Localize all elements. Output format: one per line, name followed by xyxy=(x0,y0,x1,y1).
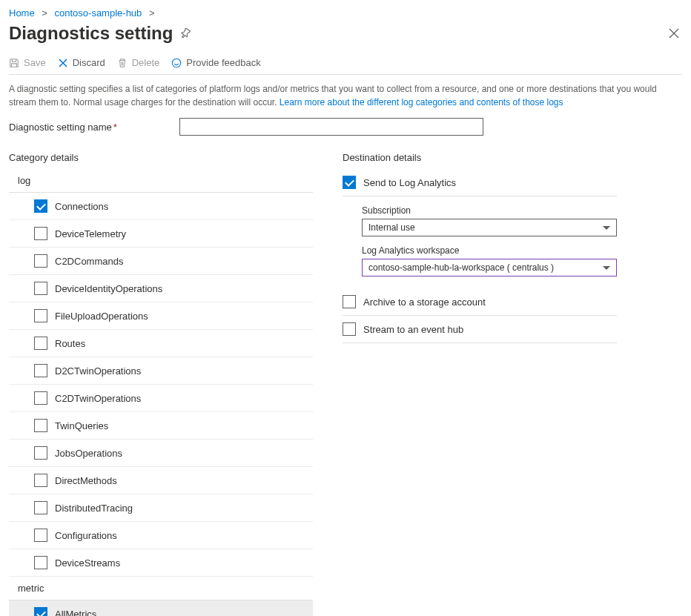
chevron-down-icon xyxy=(603,226,610,230)
feedback-icon xyxy=(171,58,182,68)
log-row[interactable]: DeviceIdentityOperations xyxy=(9,275,313,302)
log-checkbox[interactable] xyxy=(34,199,47,213)
send-log-analytics-row[interactable]: Send to Log Analytics xyxy=(343,169,617,196)
metric-header: metric xyxy=(9,577,313,600)
chevron-right-icon: > xyxy=(37,7,52,19)
destination-details-title: Destination details xyxy=(343,152,617,163)
log-row[interactable]: Configurations xyxy=(9,522,313,549)
log-checkbox[interactable] xyxy=(34,282,47,295)
log-row[interactable]: Routes xyxy=(9,330,313,357)
breadcrumb-home[interactable]: Home xyxy=(9,7,35,19)
discard-button[interactable]: Discard xyxy=(58,57,105,68)
log-label: Connections xyxy=(55,201,108,212)
log-row[interactable]: FileUploadOperations xyxy=(9,302,313,330)
log-checkbox[interactable] xyxy=(34,446,47,460)
log-label: DistributedTracing xyxy=(55,503,133,514)
send-log-analytics-label: Send to Log Analytics xyxy=(363,177,456,188)
metric-checkbox[interactable] xyxy=(34,607,47,616)
category-details-title: Category details xyxy=(9,152,313,163)
diagnostic-name-input[interactable] xyxy=(179,118,483,136)
log-label: TwinQueries xyxy=(55,420,108,431)
log-label: DirectMethods xyxy=(55,475,117,486)
stream-eventhub-row[interactable]: Stream to an event hub xyxy=(343,316,617,343)
log-row[interactable]: C2DTwinOperations xyxy=(9,385,313,412)
save-icon xyxy=(9,58,19,68)
log-header: log xyxy=(9,169,313,193)
description-text: A diagnostic setting specifies a list of… xyxy=(9,82,676,109)
log-checkbox[interactable] xyxy=(34,337,47,350)
log-row[interactable]: JobsOperations xyxy=(9,440,313,467)
subscription-label: Subscription xyxy=(362,205,617,216)
log-checkbox[interactable] xyxy=(34,391,47,405)
log-label: C2DTwinOperations xyxy=(55,393,141,404)
log-label: JobsOperations xyxy=(55,448,122,459)
stream-eventhub-checkbox[interactable] xyxy=(343,322,356,336)
chevron-right-icon: > xyxy=(145,7,159,19)
log-row[interactable]: C2DCommands xyxy=(9,248,313,275)
save-button[interactable]: Save xyxy=(9,57,46,68)
metric-row[interactable]: AllMetrics xyxy=(9,600,313,616)
log-checkbox[interactable] xyxy=(34,254,47,268)
chevron-down-icon xyxy=(603,266,610,270)
feedback-button[interactable]: Provide feedback xyxy=(171,57,260,68)
log-label: Configurations xyxy=(55,530,117,541)
workspace-label: Log Analytics workspace xyxy=(362,245,617,256)
subscription-select[interactable]: Internal use xyxy=(362,219,617,236)
log-label: DeviceStreams xyxy=(55,557,120,569)
svg-point-0 xyxy=(173,59,181,67)
close-icon[interactable] xyxy=(666,25,682,42)
log-row[interactable]: DistributedTracing xyxy=(9,494,313,522)
log-label: D2CTwinOperations xyxy=(55,365,141,377)
breadcrumb-hub[interactable]: contoso-sample-hub xyxy=(55,7,142,19)
toolbar: Save Discard Delete Provide feedback xyxy=(9,57,682,75)
log-row[interactable]: TwinQueries xyxy=(9,412,313,440)
log-checkbox[interactable] xyxy=(34,529,47,542)
name-label: Diagnostic setting name* xyxy=(9,122,179,133)
log-checkbox[interactable] xyxy=(34,501,47,514)
log-label: FileUploadOperations xyxy=(55,311,148,322)
log-row[interactable]: DeviceStreams xyxy=(9,549,313,577)
log-label: Routes xyxy=(55,338,85,349)
metric-label: AllMetrics xyxy=(55,609,96,617)
discard-icon xyxy=(58,58,68,68)
log-checkbox[interactable] xyxy=(34,419,47,432)
log-checkbox[interactable] xyxy=(34,309,47,322)
archive-storage-row[interactable]: Archive to a storage account xyxy=(343,288,617,316)
log-label: DeviceIdentityOperations xyxy=(55,283,162,294)
breadcrumb: Home > contoso-sample-hub > xyxy=(9,7,682,19)
archive-storage-checkbox[interactable] xyxy=(343,295,356,308)
stream-eventhub-label: Stream to an event hub xyxy=(363,324,463,335)
learn-more-link[interactable]: Learn more about the different log categ… xyxy=(280,97,563,107)
send-log-analytics-checkbox[interactable] xyxy=(343,176,356,189)
workspace-select[interactable]: contoso-sample-hub-la-workspace ( centra… xyxy=(362,259,617,276)
page-title: Diagnostics setting xyxy=(9,23,173,44)
log-label: C2DCommands xyxy=(55,256,123,267)
log-label: DeviceTelemetry xyxy=(55,228,126,239)
delete-icon xyxy=(117,58,128,68)
log-checkbox[interactable] xyxy=(34,364,47,377)
log-row[interactable]: DeviceTelemetry xyxy=(9,220,313,248)
log-checkbox[interactable] xyxy=(34,227,47,240)
log-row[interactable]: D2CTwinOperations xyxy=(9,357,313,385)
pin-icon[interactable] xyxy=(180,28,191,39)
log-row[interactable]: Connections xyxy=(9,193,313,220)
log-checkbox[interactable] xyxy=(34,474,47,487)
delete-button[interactable]: Delete xyxy=(117,57,160,68)
archive-storage-label: Archive to a storage account xyxy=(363,297,486,308)
log-checkbox[interactable] xyxy=(34,556,47,569)
log-row[interactable]: DirectMethods xyxy=(9,467,313,494)
